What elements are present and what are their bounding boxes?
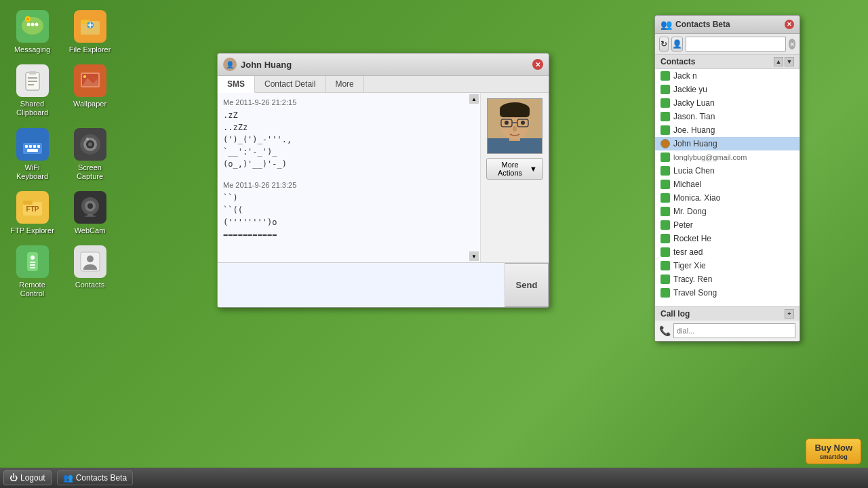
file-explorer-label: File Explorer <box>69 45 111 54</box>
status-indicator <box>660 112 670 121</box>
more-actions-label: More Actions <box>492 161 528 177</box>
tab-contact-detail[interactable]: Contact Detail <box>255 76 326 92</box>
smartdog-brand: smartdog <box>820 453 848 460</box>
svg-rect-40 <box>30 264 35 266</box>
sms-messages[interactable]: ▲ Me 2011-9-26 21:2:15 .zZ ..zZz (')_(')… <box>218 93 481 262</box>
sms-window-title: John Huang <box>241 60 292 70</box>
buy-now-label: Buy Now <box>814 443 852 453</box>
send-label: Send <box>516 280 538 290</box>
contact-item-jackie-yu[interactable]: Jackie yu <box>655 83 800 96</box>
message-text-1: .zZ ..zZz (')_(')_-'''., `__':'-_')_ (o_… <box>223 109 475 170</box>
buy-now-button[interactable]: Buy Now smartdog <box>806 439 861 464</box>
messaging-label: Messaging <box>14 45 50 54</box>
contacts-panel-title: Contacts Beta <box>675 20 730 29</box>
dial-icon: 📞 <box>659 325 671 336</box>
contact-item-travel-song[interactable]: Travel Song <box>655 286 800 300</box>
contact-item-longlybug[interactable]: longlybug@gmail.com <box>655 150 800 164</box>
svg-rect-36 <box>85 216 96 217</box>
call-log-header[interactable]: Call log + <box>655 307 800 321</box>
sidebar-item-messaging[interactable]: Messaging <box>7 7 58 58</box>
contact-item-tesr-aed[interactable]: tesr aed <box>655 245 800 259</box>
status-indicator <box>660 261 670 270</box>
clear-search-button[interactable]: ✕ <box>789 39 795 49</box>
webcam-icon <box>74 191 106 224</box>
status-indicator <box>660 166 670 176</box>
tab-more[interactable]: More <box>326 76 363 92</box>
sms-input[interactable] <box>218 263 505 307</box>
messaging-icon <box>16 10 49 43</box>
contact-item-mr-dong[interactable]: Mr. Dong <box>655 205 800 218</box>
svg-point-34 <box>87 203 93 209</box>
contacts-search-input[interactable] <box>686 37 786 52</box>
status-indicator <box>660 85 670 94</box>
send-button[interactable]: Send <box>505 263 549 307</box>
contact-item-rocket-he[interactable]: Rocket He <box>655 232 800 245</box>
contact-item-lucia-chen[interactable]: Lucia Chen <box>655 164 800 178</box>
svg-point-5 <box>26 18 29 20</box>
sidebar-item-contacts[interactable]: Contacts <box>64 242 115 302</box>
contact-item-monica-xiao[interactable]: Monica. Xiao <box>655 191 800 205</box>
logout-label: Logout <box>20 473 45 483</box>
sidebar-item-file-explorer[interactable]: File Explorer <box>64 7 115 58</box>
logout-button[interactable]: ⏻ Logout <box>3 470 52 485</box>
refresh-button[interactable]: ↻ <box>659 37 669 52</box>
contact-item-joe-huang[interactable]: Joe. Huang <box>655 123 800 137</box>
sidebar-item-screen-capture[interactable]: Screen Capture <box>64 125 115 184</box>
svg-point-27 <box>88 142 92 146</box>
sidebar-item-ftp-explorer[interactable]: FTP FTP Explorer <box>7 188 58 239</box>
sms-close-button[interactable]: ✕ <box>532 59 543 70</box>
status-indicator <box>660 152 670 162</box>
add-contact-button[interactable]: 👤 <box>671 37 683 52</box>
scroll-up-btn[interactable]: ▲ <box>469 94 479 104</box>
sidebar-item-wallpaper[interactable]: Wallpaper <box>64 61 115 121</box>
scroll-down-btn[interactable]: ▼ <box>469 251 479 261</box>
call-log-expand-button[interactable]: + <box>785 309 794 319</box>
sidebar-item-webcam[interactable]: WebCam <box>64 188 115 239</box>
screen-capture-icon <box>74 128 106 161</box>
shared-clipboard-label: Shared Clipboard <box>10 100 54 117</box>
svg-point-54 <box>521 121 525 125</box>
sms-titlebar: 👤 John Huang ✕ <box>218 54 549 76</box>
contact-item-tiger-xie[interactable]: Tiger Xie <box>655 259 800 272</box>
contact-item-michael[interactable]: Michael <box>655 178 800 191</box>
contact-item-jacky-luan[interactable]: Jacky Luan <box>655 96 800 110</box>
sms-input-area: Send <box>218 262 549 307</box>
dial-input[interactable] <box>673 323 795 338</box>
contacts-expand-button[interactable]: ▲ <box>774 57 783 66</box>
tab-sms[interactable]: SMS <box>218 76 255 93</box>
screen-capture-label: Screen Capture <box>68 163 112 181</box>
wifi-keyboard-label: WiFi Keyboard <box>10 163 54 181</box>
svg-rect-39 <box>30 262 35 263</box>
contacts-label: Contacts <box>75 281 104 289</box>
status-indicator <box>660 207 670 216</box>
contact-item-john-huang[interactable]: John Huang <box>655 137 800 150</box>
contacts-close-button[interactable]: ✕ <box>785 20 794 29</box>
sidebar-item-wifi-keyboard[interactable]: WiFi Keyboard <box>7 125 58 184</box>
webcam-label: WebCam <box>75 226 106 235</box>
status-indicator <box>660 193 670 203</box>
contact-item-tracy-ren[interactable]: Tracy. Ren <box>655 272 800 286</box>
contacts-collapse-button[interactable]: ▼ <box>785 57 794 66</box>
file-explorer-icon <box>74 10 106 43</box>
power-icon: ⏻ <box>9 473 18 483</box>
contact-item-jack-n[interactable]: Jack n <box>655 69 800 83</box>
remote-control-label: Remote Control <box>10 281 54 298</box>
contacts-list[interactable]: Jack n Jackie yu Jacky Luan Jason. Tian … <box>655 69 800 306</box>
svg-rect-22 <box>37 145 40 148</box>
taskbar-contacts-beta[interactable]: 👥 Contacts Beta <box>57 470 133 485</box>
sidebar-item-remote-control[interactable]: Remote Control <box>7 242 58 302</box>
svg-rect-21 <box>33 145 36 148</box>
status-indicator <box>660 180 670 189</box>
sms-window: 👤 John Huang ✕ SMS Contact Detail More ▲… <box>217 53 549 308</box>
dial-area: 📞 <box>655 321 800 341</box>
contact-item-jason-tian[interactable]: Jason. Tian <box>655 110 800 123</box>
sidebar-item-shared-clipboard[interactable]: Shared Clipboard <box>7 61 58 121</box>
svg-rect-19 <box>25 145 28 148</box>
contact-item-peter[interactable]: Peter <box>655 218 800 232</box>
ftp-explorer-icon: FTP <box>16 191 49 224</box>
more-actions-button[interactable]: More Actions ▼ <box>486 158 543 180</box>
message-block: Me 2011-9-26 21:2:15 .zZ ..zZz (')_(')_-… <box>223 98 475 170</box>
status-indicator <box>660 234 670 243</box>
shared-clipboard-icon <box>16 64 49 97</box>
svg-point-17 <box>83 75 86 78</box>
